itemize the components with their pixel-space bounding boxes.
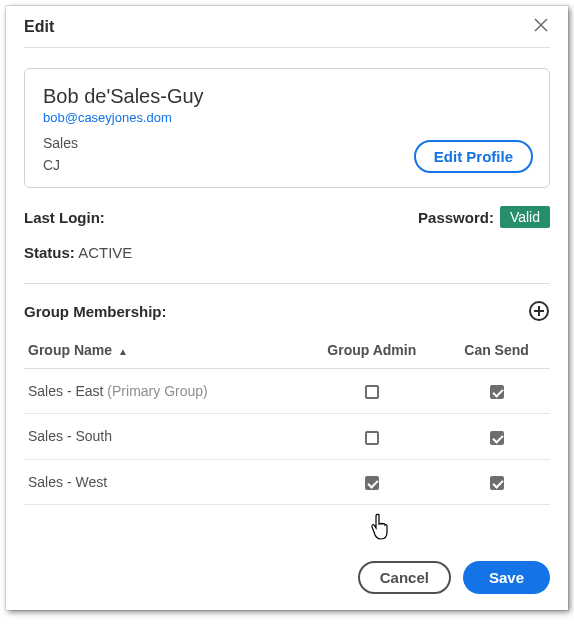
add-group-icon[interactable] [528,300,550,322]
group-name-cell: Sales - West [24,459,300,504]
edit-dialog: Edit Bob de'Sales-Guy bob@caseyjones.dom… [6,6,568,610]
group-table: Group Name ▲ Group Admin Can Send Sales … [24,332,550,505]
can-send-checkbox[interactable] [490,385,504,399]
table-row: Sales - West [24,459,550,504]
can-send-checkbox[interactable] [490,431,504,445]
info-row: Last Login: Password: Valid [24,206,550,228]
password-label: Password: [418,209,494,226]
edit-profile-button[interactable]: Edit Profile [414,140,533,173]
dialog-title: Edit [24,18,54,36]
can-send-cell [443,369,550,414]
primary-group-tag: (Primary Group) [103,383,207,399]
last-login-label: Last Login: [24,209,105,226]
profile-email-link[interactable]: bob@caseyjones.dom [43,110,531,125]
can-send-cell [443,459,550,504]
group-name-text: Sales - East [28,383,103,399]
sort-asc-icon: ▲ [118,346,128,357]
dialog-footer: Cancel Save [24,561,550,598]
close-icon[interactable] [532,16,550,37]
group-admin-cell [300,369,443,414]
can-send-checkbox[interactable] [490,476,504,490]
group-name-cell: Sales - South [24,414,300,459]
divider [24,283,550,284]
col-group-name-label: Group Name [28,342,112,358]
group-admin-checkbox[interactable] [365,431,379,445]
dialog-header: Edit [24,16,550,48]
col-can-send[interactable]: Can Send [443,332,550,369]
group-name-text: Sales - West [28,474,107,490]
table-row: Sales - South [24,414,550,459]
password-field: Password: Valid [418,206,550,228]
status-label: Status: [24,244,75,261]
group-membership-title: Group Membership: [24,303,167,320]
group-name-text: Sales - South [28,428,112,444]
group-membership-header: Group Membership: [24,300,550,322]
status-field: Status: ACTIVE [24,244,550,277]
can-send-cell [443,414,550,459]
group-name-cell: Sales - East (Primary Group) [24,369,300,414]
profile-card: Bob de'Sales-Guy bob@caseyjones.dom Sale… [24,68,550,188]
col-group-name[interactable]: Group Name ▲ [24,332,300,369]
table-row: Sales - East (Primary Group) [24,369,550,414]
group-admin-cell [300,459,443,504]
save-button[interactable]: Save [463,561,550,594]
group-admin-cell [300,414,443,459]
password-valid-badge: Valid [500,206,550,228]
col-group-admin[interactable]: Group Admin [300,332,443,369]
profile-name: Bob de'Sales-Guy [43,85,531,108]
group-admin-checkbox[interactable] [365,385,379,399]
status-value: ACTIVE [78,244,132,261]
group-admin-checkbox[interactable] [365,476,379,490]
cancel-button[interactable]: Cancel [358,561,451,594]
last-login-field: Last Login: [24,206,111,228]
